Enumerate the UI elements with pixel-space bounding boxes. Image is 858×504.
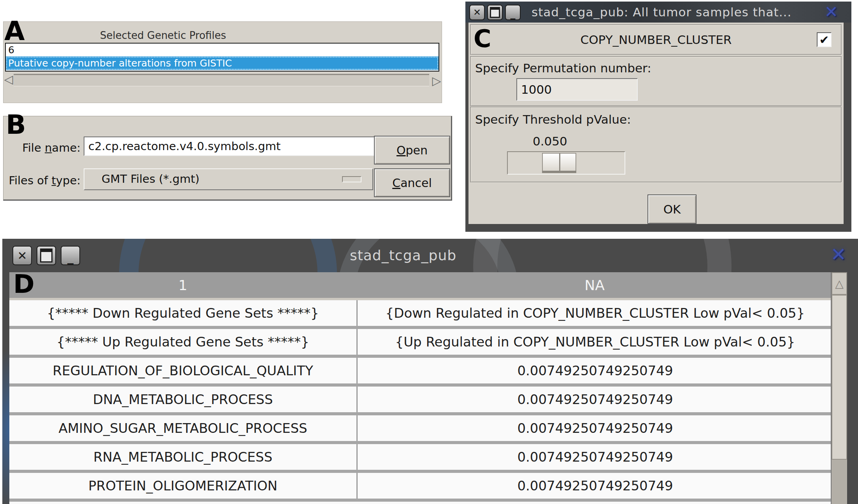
window-d-titlebar[interactable]: ✕ _ stad_tcga_pub ✕ bbox=[2, 239, 858, 272]
pvalue-cell: 0.00749250749250749 bbox=[358, 415, 833, 441]
list-item[interactable]: 6 bbox=[6, 44, 439, 56]
file-name-input[interactable]: c2.cp.reactome.v4.0.symbols.gmt bbox=[84, 136, 377, 156]
window-d-title: stad_tcga_pub bbox=[2, 247, 804, 263]
pvalue-cell: 0.00749250749250749 bbox=[358, 473, 833, 499]
scroll-right-icon[interactable]: ▷ bbox=[431, 75, 442, 87]
column-header-na[interactable]: NA bbox=[356, 272, 833, 298]
gene-set-cell: RNA_METABOLIC_PROCESS bbox=[9, 444, 358, 470]
pvalue-cell: {Up Regulated in COPY_NUMBER_CLUSTER Low… bbox=[358, 329, 833, 355]
figure-canvas: A Selected Genetic Profiles 6Putative co… bbox=[0, 0, 858, 504]
column-header-1[interactable]: 1 bbox=[9, 272, 356, 298]
panel-c-window: ✕ _ stad_tcga_pub: All tumor samples tha… bbox=[465, 2, 851, 232]
cluster-checkbox[interactable]: ✔ bbox=[817, 32, 832, 47]
genetic-profiles-title: Selected Genetic Profiles bbox=[4, 30, 323, 41]
slider-thumb[interactable] bbox=[542, 153, 576, 172]
app-butterfly-icon: ✕ bbox=[825, 2, 838, 21]
window-c-titlebar[interactable]: ✕ _ stad_tcga_pub: All tumor samples tha… bbox=[465, 2, 851, 23]
permutation-input[interactable]: 1000 bbox=[516, 78, 638, 101]
panel-b-file-dialog: B File name: c2.cp.reactome.v4.0.symbols… bbox=[3, 116, 452, 201]
scroll-left-icon[interactable]: ◁ bbox=[4, 73, 14, 86]
table-row[interactable]: {***** Down Regulated Gene Sets *****}{D… bbox=[9, 300, 833, 329]
pvalue-slider[interactable] bbox=[507, 151, 625, 175]
scroll-up-icon[interactable]: △ bbox=[832, 272, 847, 295]
table-row[interactable]: PROTEIN_OLIGOMERIZATION0.007492507492507… bbox=[9, 473, 833, 502]
check-icon: ✔ bbox=[819, 33, 829, 47]
table-row[interactable]: {***** Up Regulated Gene Sets *****}{Up … bbox=[9, 329, 833, 358]
pvalue-value: 0.050 bbox=[533, 134, 567, 148]
genetic-profiles-listbox[interactable]: 6Putative copy-number alterations from G… bbox=[5, 43, 439, 72]
gene-set-cell: {***** Down Regulated Gene Sets *****} bbox=[9, 300, 358, 326]
ok-button[interactable]: OK bbox=[647, 194, 697, 224]
panel-d-label: D bbox=[13, 271, 35, 297]
permutation-label: Specify Permutation number: bbox=[475, 61, 651, 75]
permutation-section: Specify Permutation number: 1000 bbox=[470, 56, 842, 107]
partial-row bbox=[9, 502, 833, 504]
table-row[interactable]: AMINO_SUGAR_METABOLIC_PROCESS0.007492507… bbox=[9, 415, 833, 444]
gene-set-cell: DNA_METABOLIC_PROCESS bbox=[9, 387, 358, 412]
pvalue-cell: 0.00749250749250749 bbox=[358, 358, 833, 383]
table-header-row: 1 NA bbox=[9, 272, 833, 300]
gene-set-cell: PROTEIN_OLIGOMERIZATION bbox=[9, 473, 358, 499]
horizontal-scrollbar[interactable] bbox=[14, 74, 429, 86]
gene-set-cell: REGULATION_OF_BIOLOGICAL_QUALITY bbox=[9, 358, 358, 383]
vertical-scrollbar[interactable]: △ bbox=[831, 272, 847, 504]
cluster-section: C COPY_NUMBER_CLUSTER ✔ bbox=[470, 24, 842, 55]
table-row[interactable]: DNA_METABOLIC_PROCESS0.00749250749250749 bbox=[9, 387, 833, 415]
minimize-icon[interactable]: _ bbox=[505, 5, 521, 20]
window-c-title: stad_tcga_pub: All tumor samples that... bbox=[532, 5, 791, 19]
dropdown-indicator-icon bbox=[342, 176, 361, 182]
cancel-button[interactable]: Cancel bbox=[374, 168, 450, 197]
pvalue-cell: 0.00749250749250749 bbox=[358, 387, 833, 412]
table-row[interactable]: REGULATION_OF_BIOLOGICAL_QUALITY0.007492… bbox=[9, 358, 833, 387]
scrollbar-thumb[interactable] bbox=[832, 295, 847, 460]
slider-thumb-shadow bbox=[542, 171, 576, 173]
cluster-name-label: COPY_NUMBER_CLUSTER bbox=[581, 33, 732, 47]
gene-set-cell: AMINO_SUGAR_METABOLIC_PROCESS bbox=[9, 415, 358, 441]
panel-d-window: ✕ _ stad_tcga_pub ✕ 1 NA D {***** Down R… bbox=[2, 239, 858, 504]
pvalue-cell: 0.00749250749250749 bbox=[358, 444, 833, 470]
list-item[interactable]: Putative copy-number alterations from GI… bbox=[6, 56, 439, 70]
gene-table-body: {***** Down Regulated Gene Sets *****}{D… bbox=[9, 300, 833, 502]
panel-a-genetic-profiles: A Selected Genetic Profiles 6Putative co… bbox=[3, 21, 442, 103]
files-of-type-dropdown[interactable]: GMT Files (*.gmt) bbox=[84, 168, 373, 190]
panel-b-label: B bbox=[6, 112, 26, 138]
file-name-label: File name: bbox=[4, 141, 81, 154]
gene-set-table: 1 NA D {***** Down Regulated Gene Sets *… bbox=[9, 272, 833, 504]
maximize-icon[interactable] bbox=[487, 5, 503, 20]
close-icon[interactable]: ✕ bbox=[469, 5, 485, 20]
open-button[interactable]: Open bbox=[374, 136, 450, 164]
table-row[interactable]: RNA_METABOLIC_PROCESS0.00749250749250749 bbox=[9, 444, 833, 473]
pvalue-section: Specify Threshold pValue: 0.050 bbox=[470, 107, 842, 183]
app-butterfly-icon: ✕ bbox=[831, 243, 846, 265]
pvalue-cell: {Down Regulated in COPY_NUMBER_CLUSTER L… bbox=[358, 300, 833, 326]
gene-set-cell: {***** Up Regulated Gene Sets *****} bbox=[9, 329, 358, 355]
window-c-content: C COPY_NUMBER_CLUSTER ✔ Specify Permutat… bbox=[468, 23, 844, 224]
pvalue-label: Specify Threshold pValue: bbox=[475, 112, 631, 126]
files-of-type-label: Files of type: bbox=[4, 174, 81, 187]
